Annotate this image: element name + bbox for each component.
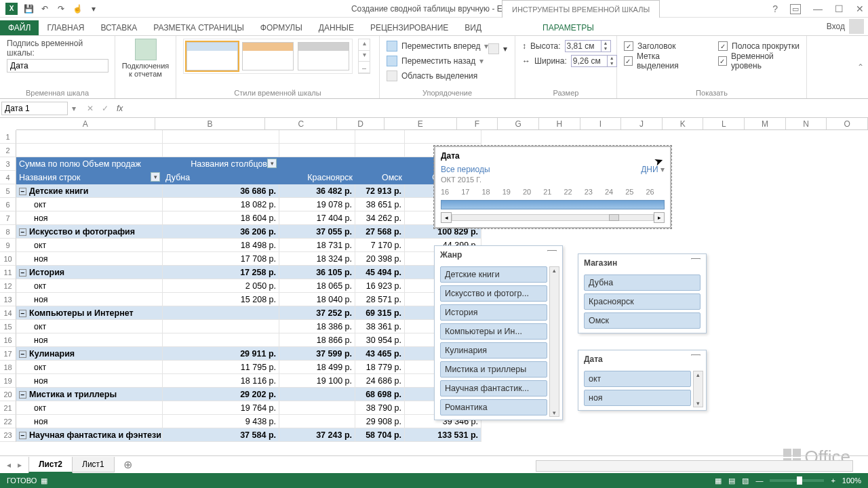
- cell[interactable]: 36 206 p.: [163, 225, 279, 239]
- tab-layout[interactable]: РАЗМЕТКА СТРАНИЦЫ: [145, 20, 252, 35]
- tl-day[interactable]: 18: [482, 188, 490, 196]
- view-pgbreak-icon[interactable]: ▧: [742, 476, 749, 485]
- cell[interactable]: окт: [16, 401, 163, 415]
- row-header-7[interactable]: 7: [0, 211, 16, 225]
- sheet-tab-1[interactable]: Лист1: [72, 457, 115, 472]
- row-header-16[interactable]: 16: [0, 333, 16, 347]
- tab-home[interactable]: ГЛАВНАЯ: [39, 20, 92, 35]
- cell[interactable]: −Искусство и фотография: [16, 225, 163, 239]
- avatar-icon[interactable]: [849, 19, 864, 34]
- style-swatch-3[interactable]: [298, 42, 349, 70]
- cell[interactable]: 18 779 p.: [355, 361, 405, 374]
- cell[interactable]: 133 531 p.: [405, 428, 481, 442]
- cell[interactable]: 17 258 p.: [163, 266, 279, 279]
- slicer-item[interactable]: Кулинария: [440, 342, 547, 359]
- cell[interactable]: [279, 144, 355, 157]
- slicer-item[interactable]: Романтика: [440, 399, 547, 415]
- slicer-down-icon[interactable]: ▾: [550, 409, 559, 416]
- cell[interactable]: −Компьютеры и Интернет: [16, 306, 163, 320]
- cell[interactable]: 11 795 p.: [163, 361, 279, 374]
- col-header-F[interactable]: F: [457, 118, 498, 129]
- cell[interactable]: 24 686 p.: [355, 374, 405, 388]
- tab-review[interactable]: РЕЦЕНЗИРОВАНИЕ: [362, 20, 456, 35]
- tl-day[interactable]: 26: [646, 188, 654, 196]
- cell[interactable]: 18 324 p.: [279, 252, 355, 266]
- cell[interactable]: 2 050 p.: [163, 279, 279, 293]
- help-icon[interactable]: ?: [772, 3, 778, 14]
- check-sel[interactable]: ✓: [624, 56, 633, 66]
- timeline-slicer[interactable]: Дата Все периодыДНИ ▾ ОКТ 2015 Г. 161718…: [434, 146, 671, 228]
- cell[interactable]: [163, 320, 279, 333]
- enter-fx-icon[interactable]: ✓: [102, 104, 108, 113]
- row-header-5[interactable]: 5: [0, 184, 16, 198]
- cell[interactable]: [355, 157, 405, 171]
- cell[interactable]: 18 040 p.: [279, 293, 355, 306]
- cell[interactable]: Дубна: [163, 171, 279, 184]
- align-button[interactable]: ▾: [488, 41, 507, 56]
- login-link[interactable]: Вход: [827, 22, 845, 31]
- row-header-14[interactable]: 14: [0, 306, 16, 320]
- cell[interactable]: [279, 130, 355, 144]
- col-header-L[interactable]: L: [703, 118, 745, 129]
- cell[interactable]: 34 262 p.: [355, 211, 405, 225]
- close-icon[interactable]: ✕: [856, 3, 864, 14]
- cell[interactable]: Названия строк ▾: [16, 171, 163, 184]
- row-header-19[interactable]: 19: [0, 374, 16, 388]
- cell[interactable]: 37 584 p.: [163, 428, 279, 442]
- maximize-icon[interactable]: ☐: [835, 3, 844, 14]
- connections-button[interactable]: Подключения к отчетам: [122, 39, 170, 78]
- style-gallery[interactable]: [183, 39, 353, 74]
- view-layout-icon[interactable]: ▤: [728, 476, 735, 485]
- tl-track[interactable]: [452, 214, 654, 221]
- clear-filter-icon[interactable]: [547, 250, 557, 260]
- tab-data[interactable]: ДАННЫЕ: [311, 20, 362, 35]
- row-header-22[interactable]: 22: [0, 415, 16, 428]
- cell[interactable]: окт: [16, 239, 163, 252]
- cell[interactable]: 37 252 p.: [279, 306, 355, 320]
- col-header-G[interactable]: G: [498, 118, 539, 129]
- row-header-3[interactable]: 3: [0, 157, 16, 171]
- cell[interactable]: 29 911 p.: [163, 347, 279, 361]
- cell[interactable]: 19 078 p.: [279, 198, 355, 211]
- style-swatch-2[interactable]: [242, 42, 294, 70]
- col-header-O[interactable]: O: [827, 118, 868, 129]
- slicer-item[interactable]: Красноярск: [584, 293, 701, 310]
- cell[interactable]: окт: [16, 279, 163, 293]
- cell[interactable]: [16, 130, 163, 144]
- tl-day[interactable]: 25: [625, 188, 633, 196]
- caption-input[interactable]: [7, 59, 108, 73]
- cell[interactable]: [163, 130, 279, 144]
- slicer-down-icon[interactable]: ▾: [694, 400, 703, 407]
- cell[interactable]: −Детские книги: [16, 184, 163, 198]
- cell[interactable]: 69 315 p.: [355, 306, 405, 320]
- view-normal-icon[interactable]: ▦: [715, 476, 722, 485]
- cell[interactable]: 20 398 p.: [355, 252, 405, 266]
- cell[interactable]: 17 404 p.: [279, 211, 355, 225]
- check-level[interactable]: ✓: [718, 56, 727, 66]
- cell[interactable]: [279, 401, 355, 415]
- col-header-H[interactable]: H: [539, 118, 580, 129]
- row-header-23[interactable]: 23: [0, 428, 16, 442]
- cell[interactable]: 18 866 p.: [279, 333, 355, 347]
- cell[interactable]: 9 438 p.: [163, 415, 279, 428]
- row-header-20[interactable]: 20: [0, 388, 16, 401]
- zoom-value[interactable]: 100%: [842, 476, 861, 485]
- cell[interactable]: 38 651 p.: [355, 198, 405, 211]
- name-drop-icon[interactable]: ▾: [69, 104, 79, 113]
- cell[interactable]: 18 065 p.: [279, 279, 355, 293]
- height-input[interactable]: 3,81 см: [565, 40, 601, 52]
- clear-filter-icon[interactable]: [691, 354, 701, 364]
- zoom-in-icon[interactable]: +: [831, 476, 835, 485]
- cell[interactable]: 18 604 p.: [163, 211, 279, 225]
- col-header-J[interactable]: J: [621, 118, 663, 129]
- slicer-item[interactable]: окт: [584, 371, 691, 387]
- cell[interactable]: окт: [16, 320, 163, 333]
- slicer-item[interactable]: Омск: [584, 312, 701, 329]
- cell[interactable]: окт: [16, 198, 163, 211]
- col-header-K[interactable]: K: [663, 118, 704, 129]
- redo-icon[interactable]: ↷: [56, 3, 66, 14]
- tl-day[interactable]: 24: [605, 188, 613, 196]
- cell[interactable]: 7 170 p.: [355, 239, 405, 252]
- gallery-down-icon[interactable]: ▾: [359, 51, 370, 62]
- slicer-item[interactable]: ноя: [584, 390, 691, 406]
